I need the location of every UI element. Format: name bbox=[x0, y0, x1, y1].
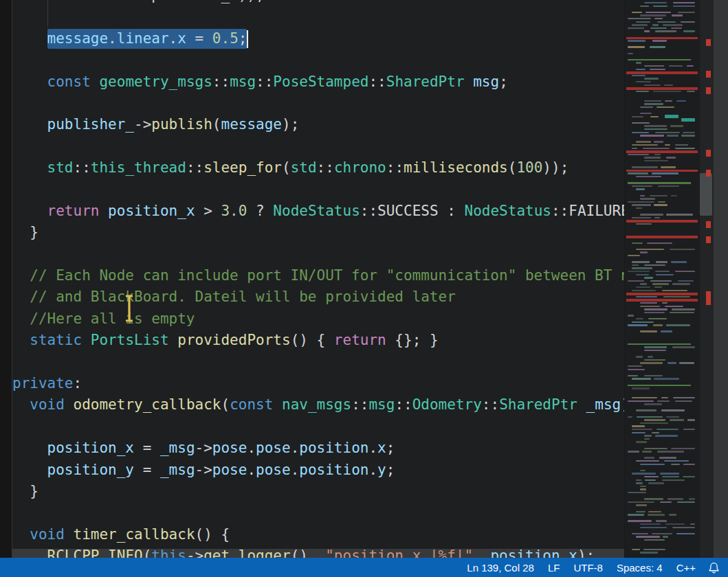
code-line[interactable] bbox=[12, 416, 624, 438]
code-line[interactable]: void odometry_callback(const nav_msgs::m… bbox=[12, 394, 624, 416]
minimap-code-line bbox=[632, 116, 643, 117]
code-line[interactable]: position_x = _msg->pose.pose.position.x; bbox=[12, 438, 624, 459]
code-line[interactable] bbox=[12, 6, 624, 27]
code-token: . bbox=[247, 440, 256, 456]
code-line[interactable]: static PortsList providedPorts() { retur… bbox=[12, 330, 624, 351]
minimap-code-line bbox=[640, 283, 647, 284]
minimap[interactable] bbox=[624, 0, 701, 558]
code-line[interactable] bbox=[12, 93, 624, 114]
code-token: () { bbox=[195, 526, 230, 543]
code-line[interactable]: std::this_thread::sleep_for(std::chrono:… bbox=[12, 157, 624, 179]
code-token: "position x |%f|" bbox=[325, 547, 473, 558]
code-token: message bbox=[221, 116, 282, 133]
code-token: } bbox=[12, 224, 38, 240]
code-token: providedPorts bbox=[177, 332, 290, 348]
code-line[interactable]: position_x)); bbox=[12, 0, 624, 6]
code-token: _msg bbox=[160, 462, 195, 478]
minimap-code-line bbox=[679, 362, 695, 363]
code-line[interactable]: return position_x > 3.0 ? NodeStatus::SU… bbox=[12, 201, 624, 222]
code-token: return bbox=[47, 203, 100, 219]
minimap-code-line bbox=[657, 451, 684, 452]
minimap-code-line bbox=[640, 523, 661, 525]
code-line[interactable]: publisher_->publish(message); bbox=[12, 114, 624, 135]
minimap-code-line bbox=[636, 318, 643, 319]
minimap-code-line bbox=[628, 40, 646, 41]
code-line[interactable] bbox=[12, 352, 624, 373]
code-token: )); bbox=[542, 159, 569, 176]
code-token: } bbox=[12, 483, 38, 499]
minimap-code-line bbox=[640, 14, 666, 16]
status-encoding[interactable]: UTF-8 bbox=[566, 562, 610, 574]
code-editor[interactable]: position_x)); message.linear.x = 0.5; co… bbox=[0, 0, 624, 558]
minimap-code-line bbox=[689, 498, 695, 499]
minimap-code-line bbox=[650, 280, 672, 282]
minimap-code-line bbox=[681, 21, 695, 23]
minimap-code-line bbox=[628, 53, 633, 54]
minimap-code-line bbox=[653, 324, 662, 326]
scrollbar-overview-ruler[interactable] bbox=[700, 0, 714, 558]
code-line[interactable]: // and BlackBoard. Dateil will be proivi… bbox=[12, 286, 624, 308]
minimap-code-line bbox=[676, 533, 695, 534]
code-token: ; bbox=[239, 30, 247, 47]
scrollbar-thumb[interactable] bbox=[700, 173, 712, 216]
code-token: void bbox=[30, 396, 65, 413]
code-line[interactable]: //Here all is empty bbox=[12, 308, 624, 330]
status-eol-sequence[interactable]: LF bbox=[541, 562, 567, 574]
minimap-code-line bbox=[636, 479, 641, 481]
code-token: msg bbox=[473, 73, 499, 90]
code-token bbox=[99, 203, 108, 219]
minimap-code-line bbox=[644, 264, 665, 266]
minimap-code-line bbox=[636, 274, 649, 275]
code-line[interactable]: const geometry_msgs::msg::PoseStamped::S… bbox=[12, 71, 624, 93]
minimap-code-line bbox=[636, 409, 657, 411]
code-line[interactable]: position_y = _msg->pose.pose.position.y; bbox=[12, 460, 624, 481]
code-token bbox=[169, 332, 178, 348]
minimap-code-line bbox=[644, 2, 667, 3]
status-language-mode[interactable]: C++ bbox=[670, 562, 703, 574]
minimap-code-line bbox=[677, 501, 695, 503]
minimap-code-line bbox=[644, 375, 663, 376]
code-line[interactable]: // Each Node can include port IN/OUT for… bbox=[12, 265, 624, 286]
code-line[interactable] bbox=[12, 179, 624, 201]
minimap-code-line bbox=[683, 132, 695, 133]
minimap-code-line bbox=[655, 271, 670, 272]
minimap-code-line bbox=[632, 429, 652, 430]
code-token: 0.5 bbox=[212, 30, 239, 47]
code-token: :: bbox=[386, 159, 404, 176]
code-token: this bbox=[151, 547, 186, 558]
minimap-code-line bbox=[650, 116, 659, 117]
minimap-code-line bbox=[644, 65, 664, 67]
minimap-code-line bbox=[628, 280, 644, 282]
code-line[interactable]: void timer_callback() { bbox=[12, 524, 624, 545]
minimap-code-line bbox=[640, 488, 646, 490]
minimap-code-line bbox=[640, 486, 646, 487]
minimap-code-line bbox=[648, 356, 653, 357]
code-line[interactable]: message.linear.x = 0.5; bbox=[12, 28, 624, 49]
minimap-code-line bbox=[654, 141, 663, 142]
minimap-code-line bbox=[632, 378, 651, 379]
status-cursor-position[interactable]: Ln 139, Col 28 bbox=[460, 562, 541, 574]
code-token: RCLCPP_INFO bbox=[47, 547, 143, 558]
code-line[interactable] bbox=[12, 244, 624, 265]
minimap-code-line bbox=[652, 40, 667, 41]
code-token: . bbox=[108, 30, 117, 47]
minimap-code-line bbox=[653, 5, 668, 7]
minimap-code-line bbox=[683, 464, 695, 465]
minimap-code-line bbox=[644, 438, 650, 440]
code-line[interactable]: RCLCPP_INFO(this->get_logger(), "positio… bbox=[12, 545, 624, 558]
code-line[interactable] bbox=[12, 49, 624, 71]
status-indentation[interactable]: Spaces: 4 bbox=[610, 562, 670, 574]
code-line[interactable] bbox=[12, 136, 624, 157]
code-token: : bbox=[74, 375, 82, 392]
code-line[interactable]: } bbox=[12, 481, 624, 502]
code-token: pose bbox=[256, 462, 291, 478]
code-line[interactable]: private: bbox=[12, 373, 624, 394]
minimap-code-line bbox=[667, 135, 679, 136]
notifications-button[interactable] bbox=[703, 562, 728, 574]
minimap-code-line bbox=[650, 46, 665, 47]
minimap-code-line bbox=[628, 369, 645, 370]
minimap-code-line bbox=[676, 100, 687, 102]
code-token: _msg bbox=[160, 440, 195, 456]
code-line[interactable] bbox=[12, 502, 624, 523]
code-line[interactable]: } bbox=[12, 222, 624, 243]
